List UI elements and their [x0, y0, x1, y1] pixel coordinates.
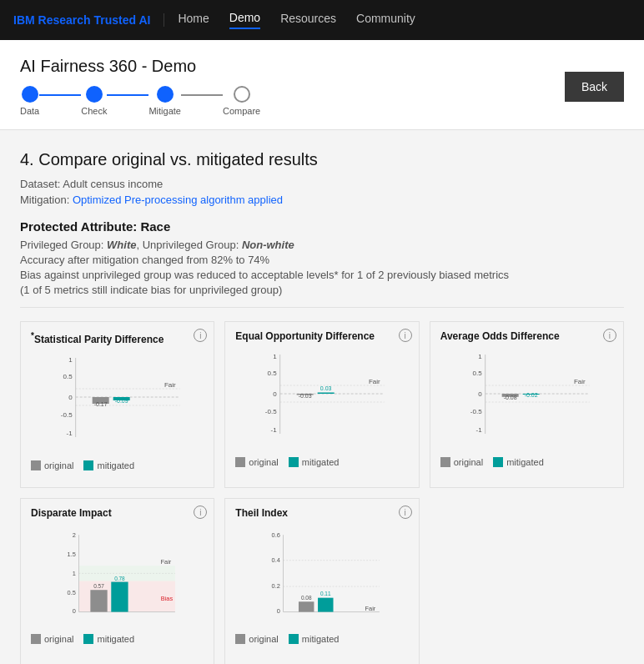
info-icon-2[interactable]: i: [399, 329, 412, 342]
chart-title-3: Average Odds Difference: [440, 330, 613, 344]
info-icon-3[interactable]: i: [603, 329, 616, 342]
legend-original-1: original: [31, 460, 73, 470]
svg-text:1: 1: [478, 353, 482, 360]
svg-text:-1: -1: [67, 430, 73, 437]
chart-legend-1: original mitigated: [31, 460, 204, 470]
svg-text:0: 0: [68, 394, 73, 401]
main-content: 4. Compare original vs. mitigated result…: [0, 130, 644, 664]
legend-dot-original-1: [31, 460, 41, 470]
svg-text:-1: -1: [475, 426, 482, 434]
page-title: AI Fairness 360 - Demo: [20, 57, 260, 76]
chart-area-1: 1 0.5 0 -0.5 -1 Fair -0.17 -0.09: [31, 354, 204, 454]
info-icon-5[interactable]: i: [399, 506, 412, 519]
svg-text:0.2: 0.2: [272, 582, 280, 590]
chart-area-4: 2 1.5 1 0.5 0 Fair Bias 0.57 0.78: [31, 527, 204, 627]
bar-original-4: [90, 590, 107, 611]
svg-text:1: 1: [68, 356, 73, 364]
chart-svg-2: 1 0.5 0 -0.5 -1 Fair -0.03 0.03: [235, 350, 408, 450]
legend-dot-original-3: [440, 457, 450, 467]
legend-label-mitigated-2: mitigated: [302, 457, 340, 467]
unprivileged-group: Non-white: [242, 239, 294, 251]
svg-text:1.5: 1.5: [68, 551, 76, 558]
nav-home[interactable]: Home: [178, 12, 209, 28]
protected-attr-title: Protected Attribute: Race: [20, 219, 624, 234]
legend-mitigated-2: mitigated: [289, 457, 340, 467]
chart-svg-1: 1 0.5 0 -0.5 -1 Fair -0.17 -0.09: [31, 354, 204, 454]
svg-text:0.5: 0.5: [63, 373, 73, 380]
bar-mitigated-4: [111, 581, 128, 611]
svg-text:-0.08: -0.08: [503, 395, 516, 400]
step-data-dot: [22, 86, 38, 103]
legend-dot-mitigated-3: [493, 457, 503, 467]
info-icon-4[interactable]: i: [194, 506, 207, 519]
nav-resources[interactable]: Resources: [280, 12, 336, 28]
svg-text:Fair: Fair: [164, 381, 176, 389]
bias-sub-text: (1 of 5 metrics still indicate bias for …: [20, 284, 624, 296]
dataset-label: Dataset: Adult census income: [20, 178, 624, 190]
legend-label-mitigated-4: mitigated: [97, 634, 134, 644]
legend-label-mitigated-5: mitigated: [302, 634, 340, 644]
svg-text:1: 1: [274, 353, 278, 360]
svg-text:Fair: Fair: [369, 378, 380, 385]
legend-label-mitigated-1: mitigated: [97, 460, 134, 470]
svg-text:-0.5: -0.5: [61, 411, 73, 419]
legend-label-original-4: original: [44, 634, 73, 644]
legend-dot-mitigated-1: [83, 460, 93, 470]
nav-community[interactable]: Community: [356, 12, 415, 28]
chart-statistical-parity: i *Statistical Parity Difference 1 0.5 0…: [20, 321, 214, 488]
chart-title-2: Equal Opportunity Difference: [235, 330, 408, 344]
step-mitigate-dot: [157, 86, 174, 103]
svg-text:0: 0: [277, 607, 280, 615]
step-connector-1: [39, 94, 81, 96]
svg-text:-0.5: -0.5: [470, 408, 482, 415]
svg-text:0.4: 0.4: [272, 556, 280, 564]
legend-original-5: original: [235, 634, 278, 644]
svg-text:0.5: 0.5: [268, 370, 278, 377]
step-data-label: Data: [20, 106, 39, 116]
legend-mitigated-5: mitigated: [289, 634, 340, 644]
chart-title-5: Theil Index: [235, 507, 408, 521]
step-check-dot: [86, 86, 103, 103]
svg-text:Fair: Fair: [365, 604, 376, 611]
legend-original-2: original: [235, 457, 278, 467]
empty-bottom-card: [430, 498, 624, 664]
back-button[interactable]: Back: [565, 72, 624, 102]
svg-text:-0.5: -0.5: [265, 408, 277, 415]
legend-label-original-1: original: [44, 460, 73, 470]
svg-text:0.08: 0.08: [301, 594, 312, 600]
info-icon-1[interactable]: i: [194, 329, 207, 342]
legend-dot-original-2: [235, 457, 245, 467]
svg-text:Fair: Fair: [161, 558, 172, 566]
nav-demo[interactable]: Demo: [229, 11, 260, 29]
legend-dot-original-5: [235, 634, 245, 644]
step-connector-3: [181, 94, 223, 96]
chart-legend-3: original mitigated: [440, 457, 613, 467]
svg-text:0.5: 0.5: [68, 589, 76, 596]
svg-text:-0.17: -0.17: [94, 401, 108, 407]
svg-text:-1: -1: [271, 426, 278, 434]
svg-text:0.6: 0.6: [272, 531, 280, 539]
mitigation-row: Mitigation: Optimized Pre-processing alg…: [20, 194, 624, 206]
bar-mitigated-5: [318, 597, 333, 611]
steps-row: Data Check Mitigate Compare: [20, 86, 260, 116]
legend-label-original-2: original: [249, 457, 278, 467]
chart-average-odds: i Average Odds Difference 1 0.5 0 -0.5 -…: [430, 321, 624, 488]
charts-grid-bottom: i Disparate Impact 2 1.5 1 0.5: [20, 498, 624, 664]
bar-mitigated-2: [318, 392, 335, 394]
chart-legend-2: original mitigated: [235, 457, 408, 467]
navbar: IBM Research Trusted AI Home Demo Resour…: [0, 0, 644, 40]
svg-text:0.5: 0.5: [472, 370, 482, 377]
chart-area-2: 1 0.5 0 -0.5 -1 Fair -0.03 0.03: [235, 350, 408, 450]
svg-rect-36: [79, 566, 175, 581]
section-title: 4. Compare original vs. mitigated result…: [20, 150, 624, 169]
chart-legend-4: original mitigated: [31, 634, 204, 644]
page-header: AI Fairness 360 - Demo Data Check Mitiga…: [0, 40, 644, 130]
legend-label-original-5: original: [249, 634, 278, 644]
chart-title-4: Disparate Impact: [31, 507, 204, 521]
legend-label-original-3: original: [454, 457, 483, 467]
mitigation-link[interactable]: Optimized Pre-processing algorithm appli…: [73, 194, 283, 206]
charts-grid-top: i *Statistical Parity Difference 1 0.5 0…: [20, 321, 624, 488]
svg-text:-0.09: -0.09: [115, 398, 128, 404]
step-connector-2: [107, 94, 148, 96]
svg-text:1: 1: [73, 570, 76, 577]
